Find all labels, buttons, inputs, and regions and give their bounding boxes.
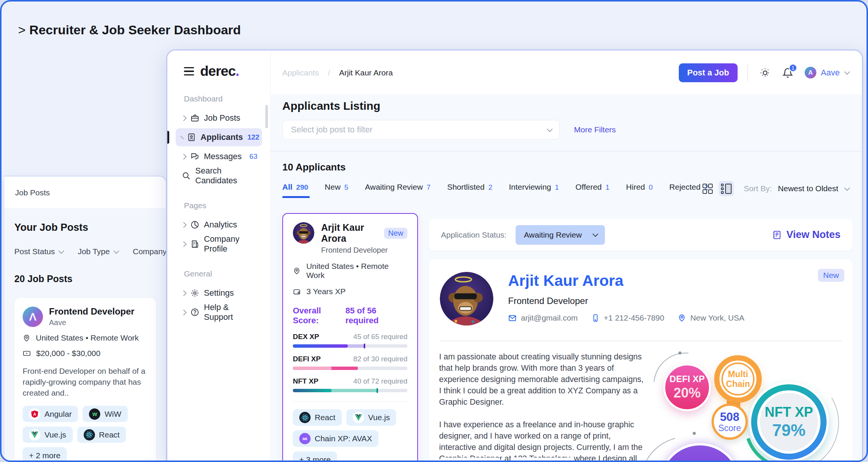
applicant-card-icon — [187, 133, 196, 142]
sidebar-item-analytics[interactable]: Analytics — [176, 216, 262, 234]
job-skill-tags: A Angular wWiW Vue.js React — [23, 406, 148, 462]
hamburger-menu-icon[interactable] — [184, 67, 194, 76]
more-filters-link[interactable]: More Filters — [574, 125, 616, 134]
chain-icon: ∞ — [299, 433, 311, 444]
nft-xp-badge: NFT XP 79% — [749, 382, 829, 460]
notifications-button[interactable]: 1 — [782, 67, 793, 78]
profile-avatar — [440, 272, 493, 325]
application-status-dropdown[interactable]: Awaiting Review — [516, 225, 605, 245]
sidebar-item-applicants[interactable]: Applicants 122 — [176, 128, 262, 146]
dex-xp-progress-bar — [293, 344, 407, 348]
sidebar-item-settings[interactable]: Settings — [176, 284, 262, 302]
gear-icon — [190, 289, 199, 298]
building-icon — [190, 239, 199, 249]
tag-more[interactable]: + 3 more — [293, 451, 337, 460]
chevron-down-icon — [58, 248, 64, 254]
chevron-down-icon — [113, 248, 119, 254]
profile-contact-row: arjit@gmail.com +1 212-456-7890 New York… — [508, 313, 744, 322]
skill-dex-xp: DEX XP 45 of 65 required — [293, 333, 407, 348]
applicant-detail-column: Application Status: Awaiting Review View… — [429, 219, 853, 460]
cut-off-tag — [439, 457, 501, 460]
chevron-right-icon — [181, 222, 187, 228]
vue-icon — [29, 429, 40, 441]
score-badge: 508 Score — [712, 404, 748, 440]
search-icon — [182, 171, 191, 180]
svg-text:A: A — [33, 411, 36, 416]
tab-awaiting-review[interactable]: Awaiting Review7 — [365, 183, 430, 192]
job-posts-panel: Job Posts Your Job Posts Post Status Job… — [5, 176, 167, 460]
vue-icon — [353, 412, 364, 423]
sidebar: derec. Dashboard Job Posts Applicants 12… — [167, 51, 271, 460]
user-name[interactable]: Aave — [821, 68, 840, 78]
job-post-filter-select[interactable]: Select job post to filter — [282, 120, 560, 140]
tab-all[interactable]: All290 — [282, 183, 308, 192]
view-notes-link[interactable]: View Notes — [772, 229, 840, 241]
sidebar-item-company-profile[interactable]: Company Profile — [176, 235, 262, 253]
chevron-down-icon[interactable] — [844, 185, 850, 191]
messages-icon — [190, 152, 199, 161]
theme-toggle-button[interactable] — [759, 67, 771, 78]
app-header: Applicants / Arjit Kaur Arora Post a Job… — [271, 51, 862, 95]
status-tabs: All290 New5 Awaiting Review7 Shortlisted… — [282, 183, 708, 192]
sidebar-scrollbar-thumb[interactable] — [265, 105, 268, 128]
applicant-experience-row: 3 Years XP — [293, 287, 407, 296]
job-title: Frontend Developer — [49, 306, 135, 317]
notes-icon — [772, 230, 782, 240]
sidebar-item-search-candidates[interactable]: Search Candidates — [176, 167, 262, 185]
decorative-dot — [693, 432, 696, 435]
app-window: derec. Dashboard Job Posts Applicants 12… — [166, 49, 863, 460]
chevron-down-icon — [592, 231, 598, 237]
new-badge: New — [384, 228, 407, 239]
chevron-right-icon — [181, 241, 187, 247]
applicant-avatar — [293, 222, 314, 244]
phone-icon — [591, 314, 600, 322]
job-posts-panel-body: Your Job Posts Post Status Job Type Comp… — [5, 209, 166, 462]
help-icon — [190, 308, 199, 317]
tab-interviewing[interactable]: Interviewing1 — [509, 183, 559, 192]
chevron-right-icon — [181, 309, 187, 315]
applicant-card-arjit[interactable]: Arjit Kaur Arora New Frontend Developer … — [282, 213, 418, 460]
job-post-card[interactable]: Λ Frontend Developer Aave United States … — [14, 298, 156, 462]
multi-chain-badge: Multi Chain — [714, 355, 762, 403]
tab-hired[interactable]: Hired0 — [626, 183, 653, 192]
skill-defi-xp: DEFI XP 82 of 30 required — [293, 355, 407, 370]
phone-item[interactable]: +1 212-456-7890 — [591, 313, 664, 322]
breadcrumb: Applicants / Arjit Kaur Arora — [282, 68, 393, 77]
breadcrumb-applicants[interactable]: Applicants — [282, 68, 319, 77]
location-item[interactable]: New York, USA — [678, 313, 744, 322]
chevron-right-icon — [181, 153, 187, 160]
divider — [271, 151, 862, 152]
sidebar-item-messages[interactable]: Messages 63 — [176, 147, 262, 166]
email-item[interactable]: arjit@gmail.com — [508, 313, 578, 322]
chevron-right-icon — [181, 290, 187, 296]
chevron-down-icon[interactable] — [844, 69, 850, 75]
tag-more[interactable]: + 2 more — [23, 447, 67, 462]
tab-new[interactable]: New5 — [325, 183, 349, 192]
application-status-bar: Application Status: Awaiting Review View… — [429, 219, 853, 251]
react-icon — [84, 429, 95, 441]
sidebar-item-help-support[interactable]: Help & Support — [176, 303, 262, 321]
page-title: >Recruiter & Job Seeker Dashboard — [18, 23, 241, 37]
filter-post-status[interactable]: Post Status — [14, 247, 63, 256]
react-icon — [299, 412, 311, 423]
applicant-skill-tags: React Vue.js ∞Chain XP: AVAX + 3 more — [293, 409, 407, 460]
sidebar-item-job-posts[interactable]: Job Posts — [176, 109, 262, 127]
job-posts-filters: Post Status Job Type Company Skills — [14, 247, 166, 256]
job-posts-panel-header: Job Posts — [5, 177, 166, 209]
sort-by-value[interactable]: Newest to Oldest — [778, 184, 838, 193]
filter-company[interactable]: Company — [133, 247, 166, 256]
tab-shortlisted[interactable]: Shortlisted2 — [447, 183, 492, 192]
mail-icon — [508, 314, 517, 322]
pie-chart-icon — [190, 220, 199, 229]
grid-view-icon[interactable] — [703, 184, 713, 194]
job-posts-panel-title: Job Posts — [15, 188, 50, 197]
tab-offered[interactable]: Offered1 — [576, 183, 609, 192]
user-avatar[interactable]: A — [805, 67, 816, 78]
split-view-icon[interactable] — [719, 181, 734, 196]
defi-xp-badge: DEFI XP 20% — [663, 364, 711, 411]
applicant-profile-card: New Arjit Kaur Arora Frontend Developer … — [429, 259, 853, 460]
decorative-dot — [678, 351, 681, 355]
app-logo[interactable]: derec. — [200, 63, 239, 79]
filter-job-type[interactable]: Job Type — [78, 247, 118, 256]
post-a-job-button[interactable]: Post a Job — [679, 63, 738, 82]
